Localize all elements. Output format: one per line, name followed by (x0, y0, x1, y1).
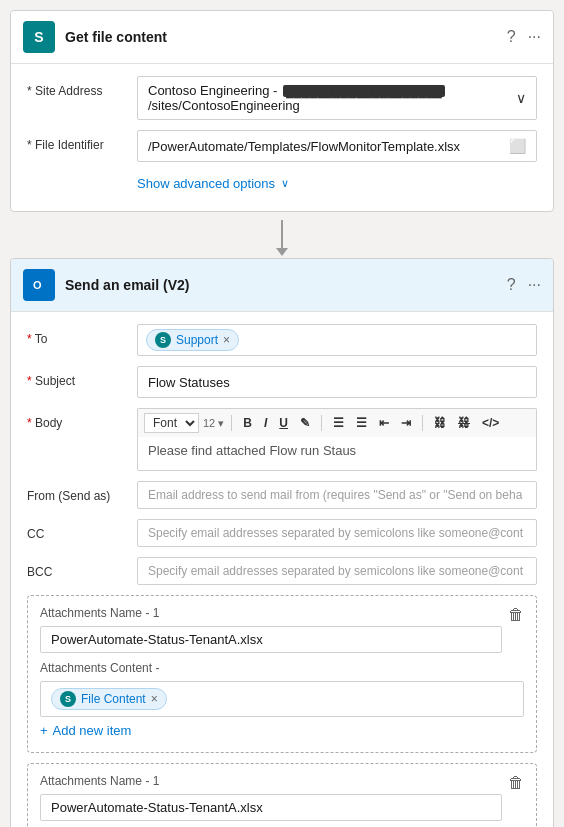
site-address-input[interactable]: Contoso Engineering - ██████████████████… (137, 76, 537, 120)
bcc-input[interactable]: Specify email addresses separated by sem… (137, 557, 537, 585)
file-identifier-control: /PowerAutomate/Templates/FlowMonitorTemp… (137, 130, 537, 162)
svg-text:O: O (33, 279, 42, 291)
from-placeholder: Email address to send mail from (require… (148, 488, 522, 502)
link-button1[interactable]: ⛓ (430, 415, 450, 431)
body-label: Body (27, 408, 137, 430)
more-icon[interactable]: ··· (528, 276, 541, 294)
support-tag-text: Support (176, 333, 218, 347)
pen-button[interactable]: ✎ (296, 415, 314, 431)
arrow-down-icon (281, 220, 283, 250)
cc-input[interactable]: Specify email addresses separated by sem… (137, 519, 537, 547)
cc-placeholder: Specify email addresses separated by sem… (148, 526, 523, 540)
site-address-label: * Site Address (27, 76, 137, 98)
add-new-item-btn-1[interactable]: + Add new item (40, 717, 131, 742)
file-content-tag-1: S File Content × (51, 688, 167, 710)
body-text: Please find attached Flow run Staus (148, 443, 356, 458)
indent-button2[interactable]: ⇥ (397, 415, 415, 431)
add-label-1: Add new item (53, 723, 132, 738)
chevron-down-icon: ∨ (516, 90, 526, 106)
attachment-name-content-1: Attachments Name - 1 (40, 606, 502, 653)
site-address-text: Contoso Engineering - ██████████████████… (148, 83, 516, 113)
advanced-options-toggle[interactable]: Show advanced options ∨ (137, 172, 537, 199)
body-control: Font 12 ▾ B I U ✎ ☰ ☰ ⇤ ⇥ ⛓ (137, 408, 537, 471)
attachment-section-1: Attachments Name - 1 🗑 Attachments Conte… (27, 595, 537, 753)
body-toolbar: Font 12 ▾ B I U ✎ ☰ ☰ ⇤ ⇥ ⛓ (137, 408, 537, 437)
font-select[interactable]: Font (144, 413, 199, 433)
from-input[interactable]: Email address to send mail from (require… (137, 481, 537, 509)
file-identifier-label: * File Identifier (27, 130, 137, 152)
more-icon[interactable]: ··· (528, 28, 541, 46)
bcc-label: BCC (27, 557, 137, 579)
subject-row: Subject Flow Statuses (27, 366, 537, 398)
send-email-card: O Send an email (V2) ? ··· To S Support … (10, 258, 554, 827)
delete-attachment-icon-2[interactable]: 🗑 (508, 774, 524, 792)
attachment-content-label-1: Attachments Content - (40, 661, 524, 675)
delete-attachment-icon-1[interactable]: 🗑 (508, 606, 524, 624)
subject-value: Flow Statuses (148, 375, 230, 390)
to-label: To (27, 324, 137, 346)
attachment-name-row-1: Attachments Name - 1 🗑 (40, 606, 524, 653)
help-icon[interactable]: ? (507, 28, 516, 46)
file-content-tag-close-1[interactable]: × (151, 692, 158, 706)
connector-arrow (10, 212, 554, 258)
to-input[interactable]: S Support × (137, 324, 537, 356)
font-size-dropdown[interactable]: 12 ▾ (203, 417, 224, 430)
file-content-tag-icon-1: S (60, 691, 76, 707)
chevron-down-icon: ∨ (281, 177, 289, 190)
attachment-name-content-2: Attachments Name - 1 (40, 774, 502, 821)
body-content[interactable]: Please find attached Flow run Staus (137, 437, 537, 471)
list-button2[interactable]: ☰ (352, 415, 371, 431)
support-tag-icon: S (155, 332, 171, 348)
link-button2[interactable]: ⛓ (454, 415, 474, 431)
list-button1[interactable]: ☰ (329, 415, 348, 431)
toolbar-separator2 (321, 415, 322, 431)
attachment-name-input-1[interactable] (40, 626, 502, 653)
to-tag: S Support × (146, 329, 239, 351)
send-email-body: To S Support × Subject Flow Statuses (11, 312, 553, 827)
file-identifier-value: /PowerAutomate/Templates/FlowMonitorTemp… (148, 139, 460, 154)
bcc-row: BCC Specify email addresses separated by… (27, 557, 537, 585)
masked-url: ████████████████████ (283, 85, 445, 97)
file-browse-icon[interactable]: ⬜ (509, 138, 526, 154)
attachment-name-row-2: Attachments Name - 1 🗑 (40, 774, 524, 821)
italic-button[interactable]: I (260, 415, 271, 431)
attachment-content-area-1: Attachments Content - S File Content × (40, 661, 524, 717)
attachment-content-input-1[interactable]: S File Content × (40, 681, 524, 717)
cc-label: CC (27, 519, 137, 541)
from-label: From (Send as) (27, 481, 137, 503)
get-file-title: Get file content (65, 29, 507, 45)
bcc-placeholder: Specify email addresses separated by sem… (148, 564, 523, 578)
attachment-name-label-2: Attachments Name - 1 (40, 774, 502, 788)
get-file-actions: ? ··· (507, 28, 541, 46)
from-control: Email address to send mail from (require… (137, 481, 537, 509)
help-icon[interactable]: ? (507, 276, 516, 294)
subject-label: Subject (27, 366, 137, 388)
site-address-row: * Site Address Contoso Engineering - ███… (27, 76, 537, 120)
toolbar-separator (231, 415, 232, 431)
file-identifier-row: * File Identifier /PowerAutomate/Templat… (27, 130, 537, 162)
get-file-icon: S (23, 21, 55, 53)
file-identifier-input[interactable]: /PowerAutomate/Templates/FlowMonitorTemp… (137, 130, 537, 162)
tag-close-icon[interactable]: × (223, 333, 230, 347)
send-email-actions: ? ··· (507, 276, 541, 294)
cc-control: Specify email addresses separated by sem… (137, 519, 537, 547)
indent-button1[interactable]: ⇤ (375, 415, 393, 431)
send-email-icon: O (23, 269, 55, 301)
from-row: From (Send as) Email address to send mai… (27, 481, 537, 509)
underline-button[interactable]: U (275, 415, 292, 431)
get-file-header: S Get file content ? ··· (11, 11, 553, 64)
code-button[interactable]: </> (478, 415, 503, 431)
attachment-name-input-2[interactable] (40, 794, 502, 821)
to-row: To S Support × (27, 324, 537, 356)
attachment-section-2: Attachments Name - 1 🗑 Attachments Conte… (27, 763, 537, 827)
body-row: Body Font 12 ▾ B I U ✎ ☰ ☰ (27, 408, 537, 471)
bold-button[interactable]: B (239, 415, 256, 431)
subject-control: Flow Statuses (137, 366, 537, 398)
subject-input[interactable]: Flow Statuses (137, 366, 537, 398)
site-address-control: Contoso Engineering - ██████████████████… (137, 76, 537, 120)
get-file-card: S Get file content ? ··· * Site Address … (10, 10, 554, 212)
send-email-title: Send an email (V2) (65, 277, 507, 293)
file-content-tag-text-1: File Content (81, 692, 146, 706)
send-email-header: O Send an email (V2) ? ··· (11, 259, 553, 312)
add-icon-1: + (40, 723, 48, 738)
